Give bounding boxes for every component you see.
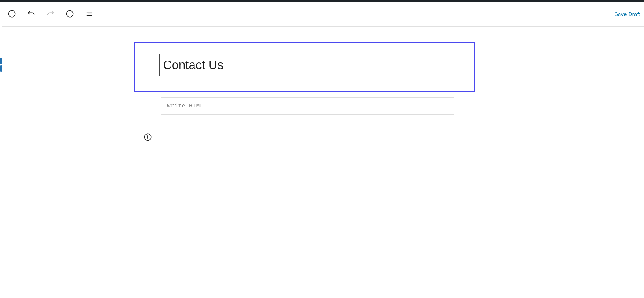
- redo-icon: [46, 9, 55, 20]
- svg-point-5: [70, 12, 70, 12]
- custom-html-block[interactable]: [161, 97, 454, 115]
- info-button[interactable]: [63, 8, 76, 21]
- editor-content-area: [2, 27, 644, 298]
- editor-inner: [153, 50, 494, 142]
- top-app-bar: [0, 0, 644, 2]
- plus-circle-icon: [143, 133, 152, 143]
- info-icon: [65, 9, 74, 20]
- undo-icon: [27, 9, 36, 20]
- title-caret-indicator: [159, 54, 160, 76]
- html-block-input[interactable]: [167, 103, 448, 109]
- post-title-input[interactable]: [159, 57, 456, 73]
- add-block-button[interactable]: [5, 8, 18, 21]
- left-edge-strip: [0, 2, 1, 298]
- post-title-block[interactable]: [153, 50, 462, 80]
- outline-button[interactable]: [83, 8, 96, 21]
- list-outline-icon: [85, 9, 94, 20]
- editor-shell: Save Draft: [2, 2, 644, 298]
- undo-button[interactable]: [25, 8, 38, 21]
- toolbar-left-group: [5, 8, 96, 21]
- editor-toolbar: Save Draft: [2, 2, 644, 27]
- redo-button[interactable]: [44, 8, 57, 21]
- save-draft-button[interactable]: Save Draft: [614, 11, 640, 18]
- add-block-inline-button[interactable]: [143, 133, 152, 142]
- plus-circle-icon: [7, 9, 16, 20]
